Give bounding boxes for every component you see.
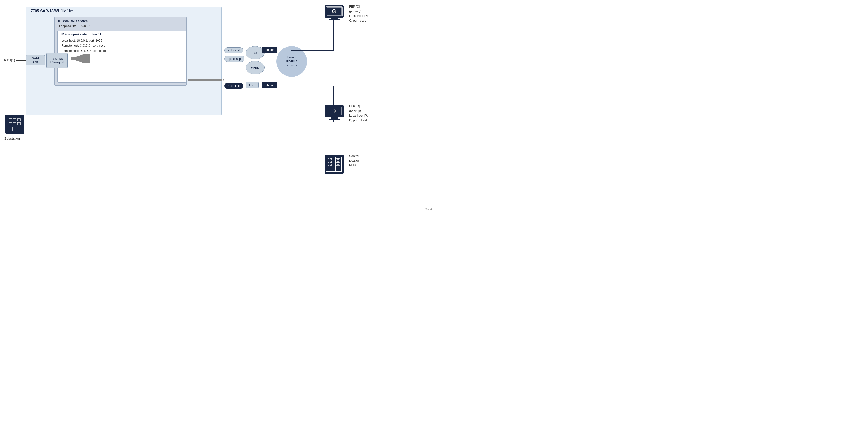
oval-vprn: VPRN (246, 61, 265, 74)
monitor-c-icon (323, 4, 345, 21)
fep-c-label: FEP [C] (primary) Local host IP: C, port… (349, 4, 368, 23)
noc-label: Central location NOC (349, 154, 360, 168)
rtu-line (16, 60, 26, 61)
noc-line2: location (349, 158, 360, 163)
fep-d-line2: (backup) (349, 109, 368, 114)
svg-rect-39 (5, 115, 24, 133)
rtu-label: RTU(1) (4, 58, 15, 62)
noc-line3: NOC (349, 163, 360, 168)
svg-point-16 (334, 11, 335, 12)
serial-port-box: Serialport (26, 55, 45, 65)
building-substation-icon (4, 114, 26, 135)
serial-port-label: Serialport (32, 57, 39, 64)
fep-d-line1: FEP [D] (349, 104, 368, 109)
pill-grt: GRT (246, 82, 259, 88)
fep-d-label: FEP [D] (backup) Local host IP: D, port:… (349, 104, 368, 122)
eth-port-top: Eth port (262, 47, 277, 53)
fep-d-line3: Local host IP: (349, 113, 368, 118)
noc-line1: Central (349, 154, 360, 158)
substation-label: Substation (4, 137, 20, 141)
pill-spoke-sdp: spoke sdp (224, 56, 244, 62)
monitor-d-icon (323, 104, 345, 121)
ies-service-title: IES/VPRN service (58, 19, 88, 23)
arrow-right (187, 75, 224, 84)
svg-rect-13 (329, 19, 340, 20)
ies-transport-box: IES/VPRNIP transport (46, 53, 67, 68)
ip-transport-line2: Remote host: C.C.C.C, port; cccc (61, 43, 106, 48)
eth-port-bottom: Eth port (262, 82, 277, 88)
ip-transport-title: IP transport subservice #1: (61, 33, 102, 36)
svg-rect-22 (329, 119, 340, 120)
fep-c-line3: Local host IP: (349, 13, 368, 18)
ip-transport-line3: Remote host: D.D.D.D, port; dddd (61, 49, 106, 53)
ip-transport-details: Local host: 10.0.0.1, port; 1025 Remote … (61, 38, 106, 53)
fep-c-line2: (primary) (349, 9, 368, 14)
building-noc-icon (323, 154, 345, 175)
ies-transport-label: IES/VPRNIP transport (50, 57, 64, 64)
sar-title: 7705 SAR-18/8/H/Hc/Hm (31, 9, 73, 13)
ip-transport-line1: Local host: 10.0.0.1, port; 1025 (61, 38, 106, 43)
fep-d-line4: D, port: dddd (349, 118, 368, 123)
doc-number: 26594 (425, 208, 432, 211)
svg-point-20 (334, 111, 335, 112)
connection-lines (291, 2, 343, 146)
fep-c-line1: FEP [C] (349, 4, 368, 9)
svg-rect-23 (325, 155, 344, 174)
loopback-text: Loopback lfc = 10.0.0.1 (59, 24, 91, 28)
arrow-left (68, 54, 90, 63)
diagram: 7705 SAR-18/8/H/Hc/Hm IES/VPRN service L… (0, 0, 434, 212)
pill-autobind-top: auto-bind (224, 47, 243, 53)
fep-c-line4: C, port: cccc (349, 18, 368, 23)
pill-autobind-bottom: auto-bind (224, 83, 243, 89)
